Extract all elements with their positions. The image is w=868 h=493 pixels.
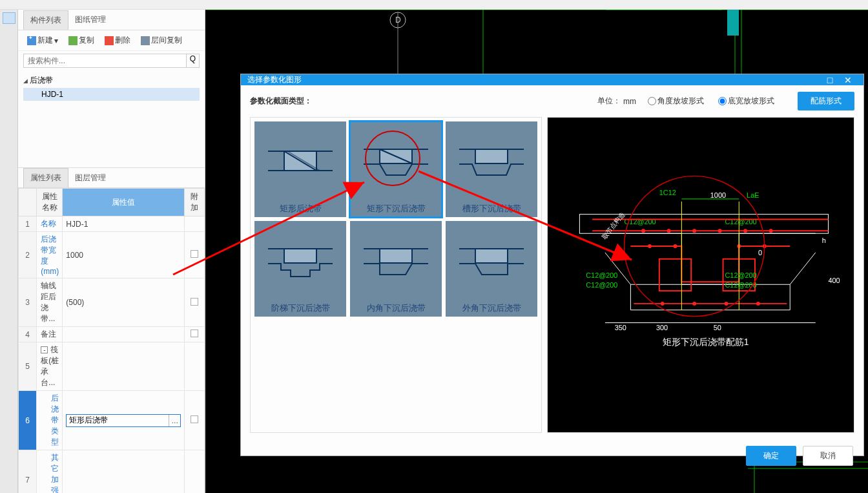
dialog-titlebar[interactable]: 选择参数化图形 □ ✕ <box>241 74 863 85</box>
tab-drawings[interactable]: 图纸管理 <box>68 10 112 29</box>
radio-width[interactable] <box>718 97 727 105</box>
svg-text:50: 50 <box>714 324 721 331</box>
search-row: Q <box>18 51 205 70</box>
unit-label: 单位： <box>597 96 621 107</box>
svg-text:取节点构造: 取节点构造 <box>601 211 626 240</box>
svg-text:h: h <box>822 236 826 244</box>
type-card[interactable]: 矩形后浇带 <box>254 121 346 217</box>
type-card-label: 外角下沉后浇带 <box>446 300 537 317</box>
type-card-label: 矩形下沉后浇带 <box>350 200 442 217</box>
rail-icon[interactable] <box>3 12 16 24</box>
svg-text:C12@200: C12@200 <box>725 271 757 279</box>
parametric-dialog: 选择参数化图形 □ ✕ 参数化截面类型： 单位： mm 角度放坡形式 底宽放坡形… <box>240 74 864 456</box>
tab-components[interactable]: 构件列表 <box>23 10 68 30</box>
col-value: 属性值 <box>63 189 185 216</box>
svg-text:矩形下沉后浇带配筋1: 矩形下沉后浇带配筋1 <box>663 337 749 347</box>
copy-button[interactable]: 复制 <box>65 33 98 48</box>
expand-icon[interactable]: - <box>41 346 48 353</box>
top-toolbar <box>0 0 868 10</box>
attr-row[interactable]: 1名称HJD-1 <box>19 216 205 232</box>
cancel-button[interactable]: 取消 <box>803 446 853 466</box>
maximize-button[interactable]: □ <box>821 75 839 85</box>
attach-checkbox[interactable] <box>191 250 198 258</box>
svg-text:LaE: LaE <box>747 191 759 199</box>
attr-row[interactable]: 7其它加强筋 <box>19 450 205 494</box>
delete-icon <box>105 36 114 45</box>
attr-row[interactable]: 6后浇带类型… <box>19 391 205 450</box>
layer-icon <box>141 36 150 45</box>
type-card[interactable]: 内角下沉后浇带 <box>350 221 442 317</box>
attach-checkbox[interactable] <box>191 330 198 337</box>
svg-point-43 <box>769 229 773 233</box>
rebar-form-button[interactable]: 配筋形式 <box>798 92 854 110</box>
close-button[interactable]: ✕ <box>839 75 857 85</box>
svg-text:C12@200: C12@200 <box>586 271 617 279</box>
svg-text:1C12: 1C12 <box>659 189 676 196</box>
copy-icon <box>68 36 78 45</box>
section-type-label: 参数化截面类型： <box>250 96 312 107</box>
type-card-label: 矩形后浇带 <box>254 200 346 217</box>
delete-button[interactable]: 删除 <box>101 33 134 48</box>
attr-row[interactable]: 4备注 <box>19 327 205 342</box>
svg-rect-36 <box>659 259 691 291</box>
svg-text:300: 300 <box>656 324 668 331</box>
svg-text:350: 350 <box>615 324 626 331</box>
dialog-title-text: 选择参数化图形 <box>247 74 302 85</box>
value-input[interactable] <box>67 416 169 425</box>
attr-row[interactable]: 5-筏板(桩承台... <box>19 342 205 391</box>
svg-point-39 <box>667 229 671 233</box>
attach-checkbox[interactable] <box>191 415 198 423</box>
col-attach: 附加 <box>185 189 205 216</box>
svg-point-38 <box>641 229 645 233</box>
left-rail <box>0 10 18 493</box>
component-tree: 后浇带 HJD-1 <box>18 70 205 167</box>
radio-angle[interactable] <box>648 97 656 105</box>
tree-child-selected[interactable]: HJD-1 <box>23 88 200 101</box>
svg-text:0: 0 <box>758 249 762 257</box>
dialog-header: 参数化截面类型： 单位： mm 角度放坡形式 底宽放坡形式 配筋形式 <box>241 85 863 117</box>
col-name: 属性名称 <box>37 189 63 216</box>
svg-rect-8 <box>727 10 739 36</box>
new-button[interactable]: 新建 ▾ <box>23 33 62 48</box>
radio-width-label: 底宽放坡形式 <box>728 96 774 107</box>
attr-row[interactable]: 2后浇带宽度(mm)1000 <box>19 232 205 278</box>
new-icon <box>27 36 36 45</box>
svg-rect-23 <box>284 249 316 263</box>
type-grid: 矩形后浇带矩形下沉后浇带槽形下沉后浇带阶梯下沉后浇带内角下沉后浇带外角下沉后浇带 <box>250 117 542 433</box>
svg-point-51 <box>756 302 760 306</box>
svg-point-50 <box>725 302 728 306</box>
attribute-table: 属性名称 属性值 附加 1名称HJD-12后浇带宽度(mm)10003轴线距后浇… <box>18 188 205 493</box>
type-card[interactable]: 阶梯下沉后浇带 <box>254 221 346 317</box>
type-card-label: 槽形下沉后浇带 <box>446 200 537 217</box>
unit-value: mm <box>623 97 636 106</box>
component-toolbar: 新建 ▾ 复制 删除 层间复制 <box>18 30 205 51</box>
svg-point-41 <box>718 229 722 233</box>
svg-point-44 <box>648 244 652 248</box>
tree-parent[interactable]: 后浇带 <box>23 73 200 88</box>
svg-point-42 <box>743 229 747 233</box>
layer-copy-button[interactable]: 层间复制 <box>137 33 186 48</box>
svg-rect-21 <box>475 149 508 163</box>
svg-point-49 <box>692 302 696 306</box>
type-card[interactable]: 槽形下沉后浇带 <box>446 121 537 217</box>
type-card[interactable]: 外角下沉后浇带 <box>446 221 537 317</box>
svg-text:C12@200: C12@200 <box>725 281 757 289</box>
ellipsis-button[interactable]: … <box>169 415 180 426</box>
tab-layers[interactable]: 图层管理 <box>68 169 112 187</box>
tab-attributes[interactable]: 属性列表 <box>23 168 68 187</box>
ok-button[interactable]: 确定 <box>746 446 796 466</box>
attr-row[interactable]: 3轴线距后浇带...(500) <box>19 278 205 327</box>
search-help[interactable]: Q <box>187 54 200 68</box>
component-tabs: 构件列表 图纸管理 <box>18 10 205 30</box>
attach-checkbox[interactable] <box>191 298 198 306</box>
svg-point-48 <box>661 302 665 306</box>
left-panel: 构件列表 图纸管理 新建 ▾ 复制 删除 层间复制 Q 后浇带 HJD-1 属性… <box>18 10 205 493</box>
svg-point-45 <box>674 244 677 248</box>
search-input[interactable] <box>23 54 187 68</box>
radio-angle-label: 角度放坡形式 <box>657 96 704 107</box>
type-card[interactable]: 矩形下沉后浇带 <box>350 121 442 217</box>
svg-text:400: 400 <box>829 277 840 284</box>
svg-text:1000: 1000 <box>710 191 726 199</box>
preview-panel: 1C12 1000 LaE C12@200 C12@200 h <box>547 117 854 433</box>
svg-point-40 <box>692 229 696 233</box>
